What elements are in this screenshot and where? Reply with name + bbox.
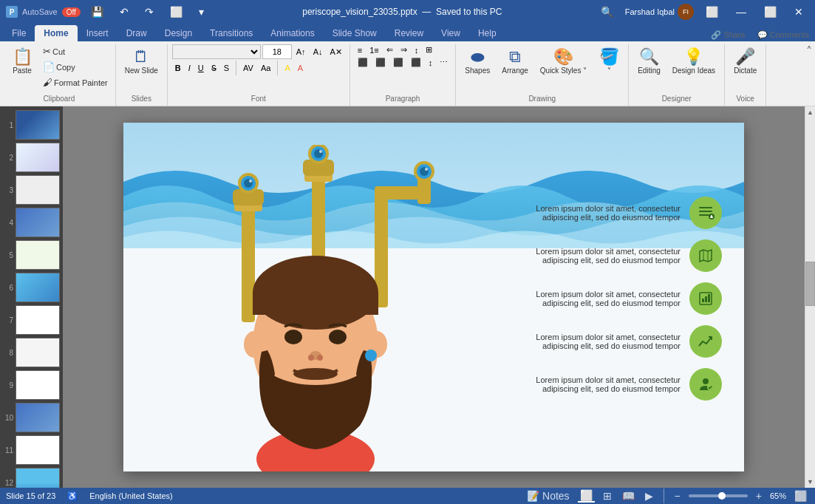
normal-view-button[interactable]: ⬜ [578,489,595,503]
new-slide-button[interactable]: 🗒 New Slide [120,44,163,78]
underline-button[interactable]: U [195,63,207,73]
slideshow-button[interactable]: ▶ [643,490,655,502]
collapse-ribbon-button[interactable]: ˄ [806,44,812,58]
minimize-button[interactable]: — [730,4,752,19]
font-family-select[interactable] [172,44,261,59]
tab-help[interactable]: Help [469,25,505,41]
slide-preview-6[interactable] [16,273,60,302]
zoom-out-button[interactable]: − [672,490,683,502]
increase-indent-button[interactable]: ⇒ [398,44,410,55]
slide-thumb-8[interactable]: 8 [1,337,61,368]
slide-preview-1[interactable] [16,110,60,140]
slide-preview-4[interactable] [16,208,60,237]
slide-thumb-2[interactable]: 2 [1,142,61,173]
shape-fill-button[interactable]: 🪣 ˅ [594,44,624,78]
slide-thumb-3[interactable]: 3 [1,174,61,205]
presentation-view-button[interactable]: ⬜ [164,4,188,19]
slide-preview-8[interactable] [16,338,60,367]
slide-thumb-11[interactable]: 11 [1,435,61,466]
tab-draw[interactable]: Draw [117,25,156,41]
decrease-indent-button[interactable]: ⇐ [383,44,396,55]
shapes-button[interactable]: ⬬ Shapes [460,44,494,78]
slide-thumb-5[interactable]: 5 [1,239,61,270]
search-button[interactable]: 🔍 [595,4,619,19]
text-case-button[interactable]: Aa [258,63,273,73]
copy-button[interactable]: 📄Copy [40,60,111,74]
dictate-button[interactable]: 🎤 Dictate [729,44,761,78]
rtl-button[interactable]: ↕ [412,45,422,55]
redo-button[interactable]: ↷ [139,4,160,19]
share-button[interactable]: 🔗 Share [705,29,751,41]
autosave-toggle[interactable]: Off [62,7,81,17]
tab-insert[interactable]: Insert [78,25,117,41]
paste-button[interactable]: 📋 Paste [7,44,37,78]
slide-preview-5[interactable] [16,240,60,270]
tab-animations[interactable]: Animations [262,25,323,41]
font-size-increase-button[interactable]: A↑ [293,47,309,57]
save-button[interactable]: 💾 [85,4,109,19]
italic-button[interactable]: I [185,63,194,73]
slide-thumb-4[interactable]: 4 [1,207,61,238]
tab-file[interactable]: File [3,25,35,41]
clear-format-button[interactable]: A✕ [327,47,344,58]
slide-thumb-9[interactable]: 9 [1,370,61,401]
zoom-slider[interactable] [689,494,748,497]
tab-view[interactable]: View [432,25,469,41]
slide-preview-7[interactable] [16,305,60,335]
slide-thumb-1[interactable]: 1 [1,109,61,140]
shadow-button[interactable]: S [221,63,232,73]
slide-thumb-6[interactable]: 6 [1,272,61,303]
more-para-button[interactable]: ⋯ [437,57,451,68]
font-color-button[interactable]: A [295,63,306,73]
slide-thumb-12[interactable]: 12 [1,467,61,488]
bold-button[interactable]: B [172,63,184,73]
fit-slide-button[interactable]: ⬜ [792,490,809,502]
columns-button[interactable]: ⊞ [423,44,435,55]
justify-button[interactable]: ⬛ [408,57,424,68]
tab-review[interactable]: Review [386,25,432,41]
bullet-list-button[interactable]: ≡ [355,45,365,55]
maximize-button[interactable]: ⬜ [758,4,782,19]
tab-design[interactable]: Design [156,25,201,41]
char-spacing-button[interactable]: AV [240,63,256,73]
strikethrough-button[interactable]: S̶ [208,63,219,74]
align-left-button[interactable]: ⬛ [355,57,371,68]
tab-transitions[interactable]: Transitions [201,25,262,41]
arrange-button[interactable]: ⧉ Arrange [497,44,533,78]
notes-button[interactable]: 📝 Notes [525,490,571,502]
slide-canvas[interactable]: Lorem ipsum dolor sit amet, consectetur … [123,123,744,471]
slide-preview-10[interactable] [16,403,60,432]
more-options-button[interactable]: ▾ [193,4,210,19]
close-button[interactable]: ✕ [788,4,809,19]
slide-preview-2[interactable] [16,143,60,172]
slide-thumb-7[interactable]: 7 [1,304,61,336]
design-ideas-button[interactable]: 💡 Design Ideas [668,44,720,78]
scrollbar-thumb[interactable] [805,262,815,306]
slide-preview-3[interactable] [16,175,60,205]
text-highlight-button[interactable]: A [282,63,293,73]
align-right-button[interactable]: ⬛ [390,57,406,68]
reading-view-button[interactable]: 📖 [620,490,637,502]
slide-preview-11[interactable] [16,435,60,465]
scroll-up-button[interactable]: ▲ [805,106,815,118]
slide-preview-12[interactable] [16,468,60,488]
tab-slideshow[interactable]: Slide Show [324,25,386,41]
format-painter-button[interactable]: 🖌Format Painter [40,75,111,89]
comments-button[interactable]: 💬 Comments [751,29,815,41]
slide-preview-9[interactable] [16,370,60,400]
tab-home[interactable]: Home [35,25,77,41]
font-size-decrease-button[interactable]: A↓ [310,47,326,57]
quick-styles-button[interactable]: 🎨 Quick Styles ˅ [536,44,591,78]
ribbon-display-button[interactable]: ⬜ [700,4,724,19]
line-spacing-button[interactable]: ↕ [426,58,436,68]
editing-button[interactable]: 🔍 Editing [633,44,665,78]
scroll-down-button[interactable]: ▼ [805,476,815,488]
cut-button[interactable]: ✂Cut [40,44,111,58]
slide-sorter-button[interactable]: ⊞ [601,490,614,502]
zoom-in-button[interactable]: + [754,490,764,502]
numbered-list-button[interactable]: 1≡ [366,45,382,55]
undo-button[interactable]: ↶ [114,4,134,19]
align-center-button[interactable]: ⬛ [372,57,389,68]
font-size-input[interactable] [262,44,292,59]
slide-thumb-10[interactable]: 10 [1,402,61,433]
